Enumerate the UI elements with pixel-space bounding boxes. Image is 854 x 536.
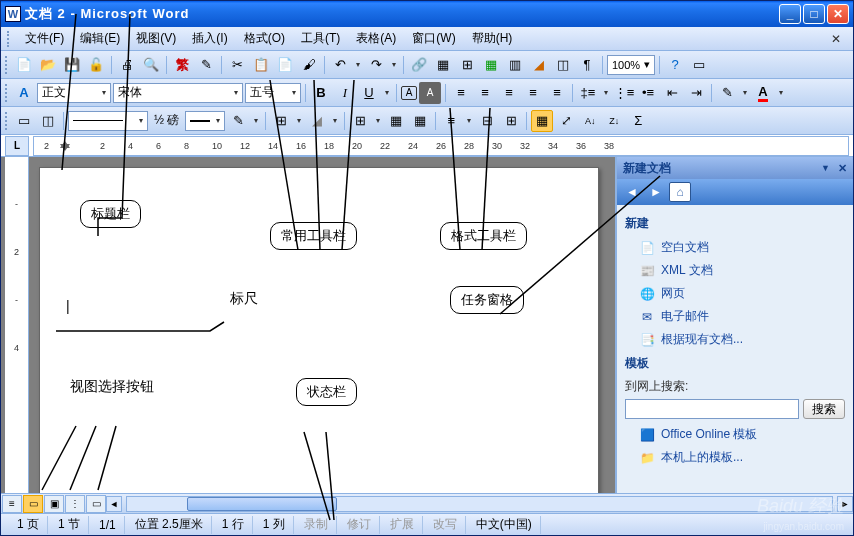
print-layout-view-button[interactable]: ▣ [44,495,64,513]
close-doc-button[interactable]: ✕ [825,32,847,46]
menu-view[interactable]: 视图(V) [128,28,184,49]
format-painter-icon[interactable]: 🖌 [298,54,320,76]
status-language[interactable]: 中文(中国) [468,516,541,534]
taskpane-link-xml[interactable]: 📰XML 文档 [625,259,845,282]
sort-desc-icon[interactable]: Z↓ [603,110,625,132]
help-icon[interactable]: ? [664,54,686,76]
merge-cells-icon[interactable]: ▦ [385,110,407,132]
status-record[interactable]: 录制 [296,516,337,534]
taskpane-home-button[interactable]: ⌂ [669,182,691,202]
taskpane-link-local-templates[interactable]: 📁本机上的模板... [625,446,845,469]
decrease-indent-icon[interactable]: ⇤ [661,82,683,104]
autosum-icon[interactable]: Σ [627,110,649,132]
scroll-left-button[interactable]: ◄ [106,496,122,512]
taskpane-link-blank[interactable]: 📄空白文档 [625,236,845,259]
scrollbar-thumb[interactable] [187,497,337,511]
page[interactable]: | 标题栏 常用工具栏 格式工具栏 标尺 任务窗格 视图选择按钮 状态栏 [39,167,599,493]
vertical-ruler[interactable]: - 2 - 4 [5,157,29,493]
italic-icon[interactable]: I [334,82,356,104]
distribute-cols-icon[interactable]: ⊞ [500,110,522,132]
horizontal-scrollbar[interactable] [126,496,833,512]
web-layout-view-button[interactable]: ▭ [23,495,43,513]
taskpane-link-web[interactable]: 🌐网页 [625,282,845,305]
undo-dropdown[interactable]: ▾ [353,60,363,69]
line-style-combo[interactable]: ▾ [68,111,148,131]
document-area[interactable]: | 标题栏 常用工具栏 格式工具栏 标尺 任务窗格 视图选择按钮 状态栏 [29,157,615,493]
char-shading-icon[interactable]: A [419,82,441,104]
taskpane-link-office-online[interactable]: 🟦Office Online 模板 [625,423,845,446]
linespacing-dropdown[interactable]: ▾ [601,88,611,97]
menu-tools[interactable]: 工具(T) [293,28,348,49]
read-mode-icon[interactable]: ▭ [688,54,710,76]
doc-map-icon[interactable]: ◫ [552,54,574,76]
align-left-icon[interactable]: ≡ [450,82,472,104]
status-track[interactable]: 修订 [339,516,380,534]
increase-indent-icon[interactable]: ⇥ [685,82,707,104]
underline-icon[interactable]: U [358,82,380,104]
menu-help[interactable]: 帮助(H) [464,28,521,49]
menu-insert[interactable]: 插入(I) [184,28,235,49]
menu-window[interactable]: 窗口(W) [404,28,463,49]
taskpane-menu-dropdown[interactable]: ▼ [821,163,830,173]
style-combo[interactable]: 正文▾ [37,83,111,103]
status-extend[interactable]: 扩展 [382,516,423,534]
justify-icon[interactable]: ≡ [522,82,544,104]
taskpane-close-button[interactable]: ✕ [838,162,847,175]
line-spacing-icon[interactable]: ‡≡ [577,82,599,104]
char-border-icon[interactable]: A [401,86,417,100]
insert-table-icon[interactable]: ⊞ [456,54,478,76]
spelling-icon[interactable]: 繁 [171,54,193,76]
menu-format[interactable]: 格式(O) [236,28,293,49]
taskpane-link-existing[interactable]: 📑根据现有文档... [625,328,845,351]
menubar-handle[interactable] [7,31,11,47]
align-right-icon[interactable]: ≡ [498,82,520,104]
hyperlink-icon[interactable]: 🔗 [408,54,430,76]
highlight-dropdown[interactable]: ▾ [740,88,750,97]
outline-view-button[interactable]: ⋮ [65,495,85,513]
redo-icon[interactable]: ↷ [365,54,387,76]
fontcolor-dropdown[interactable]: ▾ [776,88,786,97]
status-overtype[interactable]: 改写 [425,516,466,534]
toolbar-handle[interactable] [5,56,9,74]
tables-borders-icon[interactable]: ▦ [432,54,454,76]
split-cells-icon[interactable]: ▦ [409,110,431,132]
bold-icon[interactable]: B [310,82,332,104]
align-cells-icon[interactable]: ≡ [440,110,462,132]
shading-color-icon[interactable]: ◢ [306,110,328,132]
copy-icon[interactable]: 📋 [250,54,272,76]
print-icon[interactable]: 🖨 [116,54,138,76]
taskpane-link-email[interactable]: ✉电子邮件 [625,305,845,328]
fontsize-combo[interactable]: 五号▾ [245,83,301,103]
bullets-icon[interactable]: •≡ [637,82,659,104]
cut-icon[interactable]: ✂ [226,54,248,76]
zoom-combo[interactable]: 100%▾ [607,55,655,75]
permissions-icon[interactable]: 🔓 [85,54,107,76]
menu-edit[interactable]: 编辑(E) [72,28,128,49]
distribute-icon[interactable]: ≡ [546,82,568,104]
taskpane-back-button[interactable]: ◄ [621,182,643,202]
change-direction-icon[interactable]: ⤢ [555,110,577,132]
toolbar-handle[interactable] [5,84,9,102]
paste-icon[interactable]: 📄 [274,54,296,76]
autoformat-icon[interactable]: ▦ [531,110,553,132]
draw-table-icon[interactable]: ▭ [13,110,35,132]
minimize-button[interactable]: _ [779,4,801,24]
show-hide-icon[interactable]: ¶ [576,54,598,76]
menu-table[interactable]: 表格(A) [348,28,404,49]
undo-icon[interactable]: ↶ [329,54,351,76]
outside-border-icon[interactable]: ⊞ [270,110,292,132]
taskpane-forward-button[interactable]: ► [645,182,667,202]
eraser-icon[interactable]: ◫ [37,110,59,132]
hanging-indent-marker[interactable] [60,144,70,154]
insert-table-icon-2[interactable]: ⊞ [349,110,371,132]
align-center-icon[interactable]: ≡ [474,82,496,104]
scroll-right-button[interactable]: ► [837,496,853,512]
drawing-icon[interactable]: ◢ [528,54,550,76]
save-icon[interactable]: 💾 [61,54,83,76]
taskpane-search-input[interactable] [625,399,799,419]
taskpane-search-button[interactable]: 搜索 [803,399,845,419]
new-doc-icon[interactable]: 📄 [13,54,35,76]
reading-view-button[interactable]: ▭ [86,495,106,513]
excel-icon[interactable]: ▦ [480,54,502,76]
styles-icon[interactable]: A [13,82,35,104]
